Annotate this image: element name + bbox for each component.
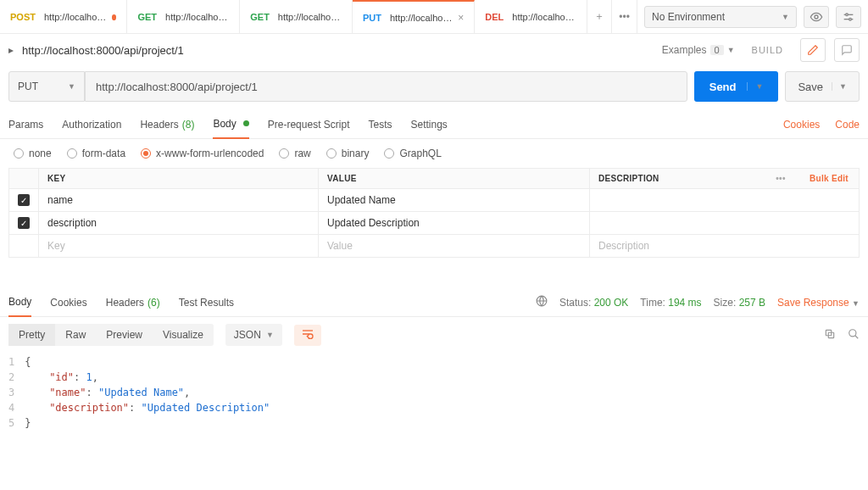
chevron-down-icon[interactable]: ▼ (747, 82, 764, 91)
environment-select[interactable]: No Environment ▼ (644, 6, 797, 28)
view-raw[interactable]: Raw (55, 324, 96, 346)
desc-cell[interactable] (589, 212, 762, 234)
view-pretty[interactable]: Pretty (8, 324, 55, 346)
view-mode-group: Pretty Raw Preview Visualize (8, 324, 214, 346)
tab-del[interactable]: DEL http://localhost:8… (475, 0, 587, 33)
table-row: ✓ name Updated Name (9, 189, 859, 212)
table-row-empty: Key Value Description (9, 235, 859, 257)
url-input[interactable]: http://localhost:8000/api/project/1 (85, 71, 687, 102)
tab-authorization[interactable]: Authorization (62, 110, 121, 139)
tab-params[interactable]: Params (8, 110, 43, 139)
tab-overflow-button[interactable]: ••• (612, 0, 637, 33)
lang-select[interactable]: JSON ▼ (225, 324, 282, 346)
response-time: Time: 194 ms (640, 297, 701, 309)
key-cell[interactable]: Key (38, 235, 318, 257)
code-link[interactable]: Code (835, 119, 860, 131)
dirty-dot-icon (112, 14, 117, 20)
tab-body[interactable]: Body (213, 110, 248, 139)
tab-settings[interactable]: Settings (411, 110, 448, 139)
col-desc-header: DESCRIPTION (589, 169, 762, 188)
close-icon[interactable]: × (458, 12, 464, 24)
form-data-table: KEY VALUE DESCRIPTION ••• Bulk Edit ✓ na… (8, 168, 860, 258)
chevron-down-icon: ▼ (727, 46, 735, 54)
tab-label: http://localhost:8… (44, 12, 107, 22)
tab-headers[interactable]: Headers (8) (140, 110, 194, 139)
env-settings-button[interactable] (836, 6, 861, 28)
response-tab-cookies[interactable]: Cookies (50, 288, 86, 317)
response-body: 12345 { "id": 1, "name": "Updated Name",… (0, 353, 868, 449)
value-cell[interactable]: Updated Name (318, 189, 589, 211)
examples-count: 0 (710, 45, 724, 55)
row-actions-button[interactable]: ••• (762, 169, 799, 188)
body-none-radio[interactable]: none (14, 148, 52, 159)
view-preview[interactable]: Preview (96, 324, 153, 346)
tab-get-1[interactable]: GET http://localhost:8… (127, 0, 240, 33)
response-tab-headers[interactable]: Headers (6) (106, 288, 160, 317)
desc-cell[interactable]: Description (589, 235, 762, 257)
body-xwww-radio[interactable]: x-www-form-urlencoded (141, 148, 264, 159)
chevron-down-icon[interactable]: ▼ (832, 82, 847, 91)
save-response-button[interactable]: Save Response ▼ (777, 297, 860, 309)
save-button[interactable]: Save ▼ (785, 71, 860, 102)
method-label: POST (10, 12, 36, 22)
row-checkbox[interactable]: ✓ (18, 217, 30, 229)
examples-dropdown[interactable]: Examples 0 ▼ (662, 44, 735, 56)
table-row: ✓ description Updated Description (9, 212, 859, 235)
copy-icon[interactable] (824, 328, 836, 342)
bulk-edit-link[interactable]: Bulk Edit (810, 174, 849, 183)
response-tab-tests[interactable]: Test Results (179, 288, 234, 317)
tab-put[interactable]: PUT http://localhost:80… × (353, 0, 475, 33)
cookies-link[interactable]: Cookies (783, 119, 820, 131)
body-raw-radio[interactable]: raw (279, 148, 310, 159)
response-size: Size: 257 B (714, 297, 765, 309)
chevron-down-icon: ▼ (68, 82, 75, 91)
body-dirty-dot-icon (243, 120, 249, 126)
request-tabs-bar: POST http://localhost:8… GET http://loca… (0, 0, 637, 33)
response-tab-body[interactable]: Body (8, 288, 31, 317)
svg-line-10 (855, 335, 859, 338)
search-icon[interactable] (848, 328, 860, 342)
env-preview-button[interactable] (804, 6, 829, 28)
body-graphql-radio[interactable]: GraphQL (384, 148, 441, 159)
body-formdata-radio[interactable]: form-data (67, 148, 125, 159)
desc-cell[interactable] (589, 189, 762, 211)
edit-icon[interactable] (800, 38, 826, 62)
col-value-header: VALUE (318, 169, 589, 188)
view-visualize[interactable]: Visualize (153, 324, 214, 346)
wrap-lines-button[interactable] (294, 325, 321, 346)
build-button[interactable]: BUILD (743, 45, 792, 55)
svg-point-0 (815, 15, 818, 19)
comments-icon[interactable] (834, 38, 860, 62)
tab-post[interactable]: POST http://localhost:8… (0, 0, 127, 33)
send-button[interactable]: Send ▼ (694, 71, 779, 102)
body-binary-radio[interactable]: binary (326, 148, 370, 159)
key-cell[interactable]: description (38, 212, 318, 234)
globe-icon[interactable] (536, 295, 548, 309)
value-cell[interactable]: Updated Description (318, 212, 589, 234)
tab-tests[interactable]: Tests (368, 110, 392, 139)
method-select[interactable]: PUT ▼ (8, 71, 85, 102)
expand-icon[interactable]: ▸ (8, 44, 14, 56)
value-cell[interactable]: Value (318, 235, 589, 257)
col-key-header: KEY (38, 169, 318, 188)
new-tab-button[interactable]: ＋ (587, 0, 613, 33)
key-cell[interactable]: name (38, 189, 318, 211)
svg-point-9 (849, 329, 856, 336)
svg-point-3 (846, 14, 849, 16)
request-name: http://localhost:8000/api/project/1 (22, 44, 654, 57)
svg-point-4 (849, 18, 852, 20)
tab-prerequest[interactable]: Pre-request Script (268, 110, 350, 139)
response-status: Status: 200 OK (559, 297, 628, 309)
row-checkbox[interactable]: ✓ (18, 194, 30, 206)
tab-get-2[interactable]: GET http://localhost:8… (240, 0, 353, 33)
chevron-down-icon: ▼ (782, 13, 789, 21)
